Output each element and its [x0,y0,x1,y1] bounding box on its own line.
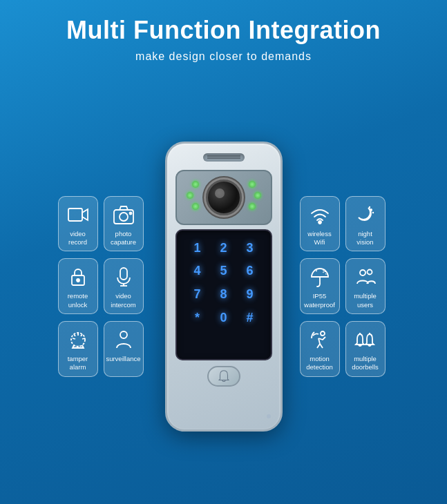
svg-point-27 [321,331,325,336]
motion-icon [307,327,332,352]
feature-multiple-users: multipleusers [345,258,386,314]
svg-point-18 [370,209,372,211]
svg-point-3 [120,213,128,221]
feature-multiple-doorbells-label: multipledoorbells [352,355,379,372]
feature-row-3-right: motiondetection multipledoorbells [300,321,390,377]
ir-led-1 [192,181,199,188]
features-left: video record photocapature remoteunlock [58,196,148,377]
feature-tamper-alarm: tamperalarm [58,321,98,377]
umbrella-icon [307,264,332,289]
doorbell-device: 123456789*0# [165,142,283,432]
key-7[interactable]: 7 [185,284,210,306]
svg-point-6 [77,279,79,282]
person-icon [111,327,136,352]
feature-row-1-right: wirelessWifi night vision [300,196,390,252]
key-9[interactable]: 9 [238,284,263,306]
speaker-grille [203,153,245,162]
feature-remote-unlock-label: remoteunlock [68,292,88,309]
feature-wireless-wifi-label: wirelessWifi [307,230,331,247]
video-icon [66,202,91,227]
svg-point-20 [372,211,373,213]
feature-row-3-left: tamperalarm surveillance [58,321,148,377]
svg-point-4 [129,212,131,214]
moon-icon [353,202,378,227]
feature-video-intercom-label: videointercom [111,292,135,309]
feature-video-intercom: videointercom [104,258,144,314]
feature-video-record-label: video record [63,230,93,247]
wifi-icon [307,202,332,227]
svg-line-12 [81,334,82,336]
bell-button[interactable] [207,366,240,387]
svg-point-26 [367,270,372,275]
key-*[interactable]: * [185,307,210,329]
status-dot [267,414,271,418]
key-8[interactable]: 8 [211,284,236,306]
feature-ip55-waterproof-label: IP55waterproof [304,292,335,309]
features-right: wirelessWifi night vision [300,196,390,377]
svg-line-15 [74,334,75,336]
camera-lens [206,180,242,215]
svg-marker-1 [82,209,88,220]
key-0[interactable]: 0 [211,307,236,329]
keypad: 123456789*0# [175,229,272,360]
alarm-icon [66,327,91,352]
sub-title: make design closer to demands [14,50,433,63]
svg-point-25 [360,270,365,275]
users-icon [353,264,378,289]
feature-surveillance-label: surveillance [106,355,140,363]
feature-motion-detection: motiondetection [300,321,340,377]
key-3[interactable]: 3 [238,238,263,260]
feature-video-record: video record [58,196,98,252]
svg-line-13 [82,338,85,339]
svg-line-14 [73,338,75,339]
feature-wireless-wifi: wirelessWifi [300,196,340,252]
feature-night-vision: night vision [345,196,386,252]
ir-led-6 [249,203,256,210]
ir-led-2 [187,192,193,199]
feature-ip55-waterproof: IP55waterproof [300,258,340,314]
ir-led-5 [254,192,261,199]
feature-photo-capture-label: photocapature [111,230,136,247]
camera-icon [111,202,136,227]
feature-photo-capture: photocapature [104,196,144,252]
key-5[interactable]: 5 [211,260,236,282]
svg-point-19 [368,206,370,207]
device-container: 123456789*0# [155,142,293,432]
key-4[interactable]: 4 [185,260,210,282]
feature-motion-detection-label: motiondetection [306,355,333,372]
feature-night-vision-label: night vision [350,230,381,247]
feature-row-2-left: remoteunlock videointercom [58,258,148,314]
mic-icon [111,264,136,289]
multiple-bells-icon [353,327,378,352]
ir-led-3 [192,203,199,210]
header: Multi Function Integration make design c… [0,0,447,68]
key-#[interactable]: # [238,307,263,329]
svg-point-17 [318,221,321,224]
key-2[interactable]: 2 [211,238,236,260]
lock-icon [66,264,91,289]
feature-tamper-alarm-label: tamperalarm [68,355,88,372]
feature-remote-unlock: remoteunlock [58,258,98,314]
feature-row-1-left: video record photocapature [58,196,148,252]
main-title: Multi Function Integration [14,15,433,45]
key-6[interactable]: 6 [238,260,263,282]
svg-point-16 [120,331,127,338]
feature-multiple-users-label: multipleusers [354,292,377,309]
camera-area [175,170,272,225]
svg-rect-7 [120,268,127,280]
feature-surveillance: surveillance [104,321,144,377]
ir-led-4 [249,181,256,188]
svg-rect-0 [68,209,82,221]
content-area: video record photocapature remoteunlock [0,68,447,504]
feature-row-2-right: IP55waterproof multipleusers [300,258,390,314]
key-1[interactable]: 1 [185,238,210,260]
feature-multiple-doorbells: multipledoorbells [345,321,386,377]
